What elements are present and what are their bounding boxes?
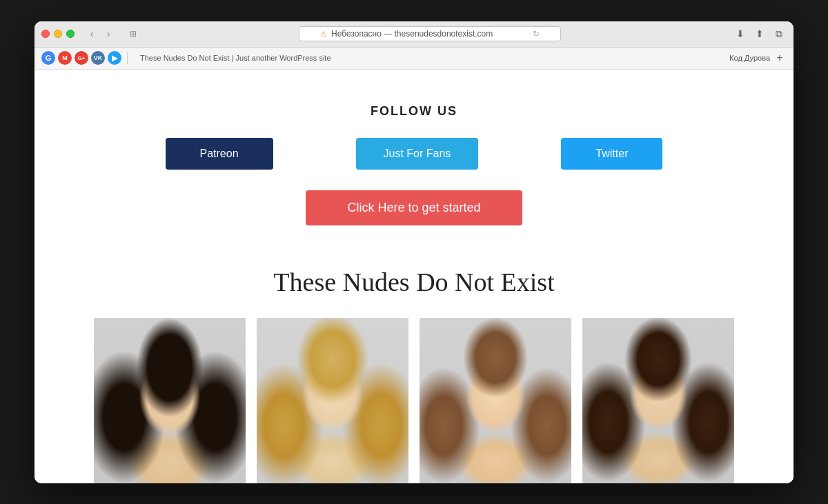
bookmarks-right-label[interactable]: Код Дурова (729, 54, 770, 62)
portrait-2 (257, 318, 408, 483)
bookmarks-bar: G M G+ VK ▶ These Nudes Do Not Exist | J… (34, 48, 793, 70)
site-title: These Nudes Do Not Exist (48, 267, 780, 297)
reload-icon[interactable]: ↻ (533, 29, 540, 39)
person-image-1 (94, 318, 246, 483)
portrait-4 (582, 318, 734, 483)
justforfans-button[interactable]: Just For Fans (356, 138, 479, 170)
separator (127, 52, 128, 64)
social-buttons-row: Patreon Just For Fans Twitter (48, 138, 780, 170)
person-image-3 (420, 318, 571, 483)
add-tab-button[interactable]: + (773, 51, 787, 65)
tab-label[interactable]: These Nudes Do Not Exist | Just another … (133, 54, 338, 62)
bookmark-google[interactable]: G (41, 51, 55, 65)
nav-buttons: ‹ › (84, 26, 116, 41)
bookmark-arrow[interactable]: ▶ (108, 51, 121, 65)
follow-title: FOLLOW US (48, 104, 780, 119)
back-button[interactable]: ‹ (84, 26, 99, 41)
bookmark-gmail[interactable]: M (58, 51, 72, 65)
close-button[interactable] (41, 30, 50, 38)
images-row (48, 318, 780, 483)
maximize-button[interactable] (66, 30, 75, 38)
portrait-1 (94, 318, 246, 483)
minimize-button[interactable] (54, 30, 62, 38)
new-tab-icon[interactable]: ⧉ (771, 26, 787, 41)
tab-view-button[interactable]: ⊞ (126, 26, 141, 41)
address-bar[interactable]: ⚠ Небезопасно — thesenudesdonotexist.com… (299, 26, 561, 41)
download-icon[interactable]: ⬇ (733, 26, 748, 41)
title-bar: ‹ › ⊞ ⚠ Небезопасно — thesenudesdonotexi… (34, 21, 793, 48)
browser-window: ‹ › ⊞ ⚠ Небезопасно — thesenudesdonotexi… (34, 21, 793, 483)
security-icon: ⚠ (320, 30, 327, 39)
page-content: FOLLOW US Patreon Just For Fans Twitter … (34, 70, 793, 483)
traffic-lights (41, 30, 75, 38)
url-text: Небезопасно — thesenudesdonotexist.com (331, 29, 493, 39)
forward-button[interactable]: › (101, 26, 116, 41)
twitter-button[interactable]: Twitter (561, 138, 662, 170)
bookmark-vk[interactable]: VK (91, 51, 105, 65)
person-image-2 (257, 318, 408, 483)
title-bar-right: ⬇ ⬆ ⧉ (733, 26, 787, 41)
follow-section: FOLLOW US Patreon Just For Fans Twitter … (48, 90, 780, 246)
address-bar-container: ⚠ Небезопасно — thesenudesdonotexist.com… (186, 26, 673, 41)
person-image-4 (582, 318, 734, 483)
share-icon[interactable]: ⬆ (752, 26, 767, 41)
portrait-3 (420, 318, 571, 483)
patreon-button[interactable]: Patreon (166, 138, 273, 170)
cta-button[interactable]: Click Here to get started (306, 190, 522, 225)
bookmark-gplus[interactable]: G+ (75, 51, 88, 65)
